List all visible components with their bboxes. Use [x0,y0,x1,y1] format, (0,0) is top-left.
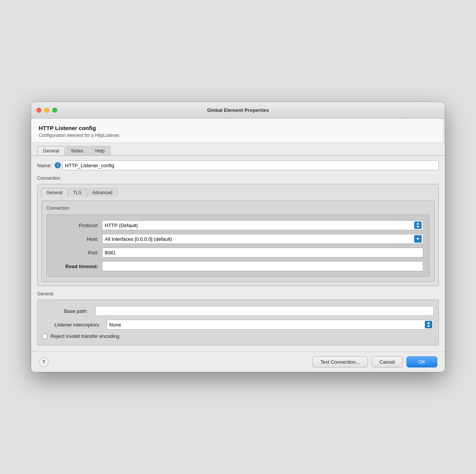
connection-fields-area: Protocol: HTTP (Default) HTTPS [46,215,430,277]
footer-right: Test Connection... Cancel OK [312,356,437,367]
host-label: Host: [53,236,98,242]
base-path-input[interactable] [95,306,434,316]
name-input[interactable] [62,160,439,170]
outer-tabs: General Notes Help [31,143,445,155]
read-timeout-label: Read timeout: [53,264,98,269]
port-row: Port: [53,248,423,257]
base-path-row: Base path: [42,306,434,316]
general-section-label: General [37,291,439,297]
ok-button[interactable]: OK [407,356,437,367]
minimize-button[interactable] [44,108,49,113]
protocol-select-wrapper: HTTP (Default) HTTPS [102,220,423,230]
info-icon: i [55,162,61,168]
read-timeout-row: Read timeout: [53,261,423,271]
host-select-wrapper: All Interfaces [0.0.0.0] (default) local… [102,234,423,244]
window-title: Global Element Properties [207,107,269,113]
close-button[interactable] [36,108,41,113]
general-section: Base path: Listener interceptors None [37,300,439,345]
inner-tab-general[interactable]: General [41,188,68,197]
footer: ? Test Connection... Cancel OK [31,352,445,372]
connection-section-label: Connection [37,176,439,181]
config-subtitle: Configuration element for a HttpListener… [39,133,437,138]
form-area: Name: i Connection General TLS Advanced … [31,155,445,352]
connection-sub-section: Connection Protocol: HTTP (Default) HTTP… [41,201,435,282]
tab-notes[interactable]: Notes [66,146,89,155]
maximize-button[interactable] [52,108,57,113]
inner-tabs: General TLS Advanced [41,188,435,197]
footer-left: ? [39,357,49,367]
protocol-row: Protocol: HTTP (Default) HTTPS [53,220,423,230]
listener-interceptors-row: Listener interceptors None [42,320,434,330]
name-label: Name: [37,163,52,168]
listener-interceptors-select[interactable]: None [107,320,434,330]
tab-help[interactable]: Help [90,146,110,155]
reject-checkbox-row: Reject invalid transfer encoding [42,333,434,339]
protocol-label: Protocol: [53,223,98,228]
port-label: Port: [53,250,98,256]
help-button[interactable]: ? [39,357,49,367]
test-connection-button[interactable]: Test Connection... [312,356,368,367]
listener-interceptors-label: Listener interceptors [42,322,99,328]
config-title: HTTP Listener config [39,125,437,131]
titlebar: Global Element Properties [31,102,445,119]
base-path-label: Base path: [42,308,88,314]
inner-tab-tls[interactable]: TLS [68,188,87,197]
protocol-select[interactable]: HTTP (Default) HTTPS [102,220,423,230]
general-fields: Base path: Listener interceptors None [42,304,434,341]
inner-connection-label: Connection [46,206,430,211]
cancel-button[interactable]: Cancel [372,356,403,367]
reject-label: Reject invalid transfer encoding [50,333,119,339]
inner-tab-advanced[interactable]: Advanced [87,188,117,197]
read-timeout-input[interactable] [102,261,423,271]
window: Global Element Properties HTTP Listener … [31,102,445,372]
header-area: HTTP Listener config Configuration eleme… [31,119,445,143]
host-row: Host: All Interfaces [0.0.0.0] (default)… [53,234,423,244]
tab-general[interactable]: General [37,146,65,155]
titlebar-buttons [36,108,57,113]
main-content: General Notes Help Name: i Connection Ge… [31,143,445,352]
port-input[interactable] [102,248,423,257]
listener-interceptors-select-wrapper: None [107,320,434,330]
connection-panel: General TLS Advanced Connection Protocol… [37,184,439,286]
host-select[interactable]: All Interfaces [0.0.0.0] (default) local… [102,234,423,244]
reject-checkbox[interactable] [42,334,47,339]
name-row: Name: i [37,160,439,170]
